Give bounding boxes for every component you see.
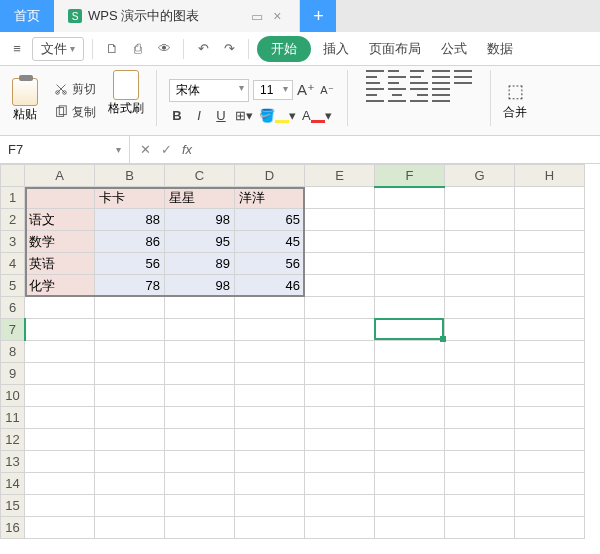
cell-F8[interactable] — [375, 341, 445, 363]
col-header-D[interactable]: D — [235, 165, 305, 187]
cell-H16[interactable] — [515, 517, 585, 539]
cell-E14[interactable] — [305, 473, 375, 495]
cell-A15[interactable] — [25, 495, 95, 517]
ribbon-tab-data[interactable]: 数据 — [479, 36, 521, 62]
cell-A14[interactable] — [25, 473, 95, 495]
font-grow-icon[interactable]: A⁺ — [297, 81, 315, 99]
cell-H6[interactable] — [515, 297, 585, 319]
cell-D12[interactable] — [235, 429, 305, 451]
border-button[interactable]: ⊞▾ — [235, 108, 253, 123]
cell-A10[interactable] — [25, 385, 95, 407]
cell-D11[interactable] — [235, 407, 305, 429]
cell-C10[interactable] — [165, 385, 235, 407]
cell-G15[interactable] — [445, 495, 515, 517]
cell-B1[interactable]: 卡卡 — [95, 187, 165, 209]
cell-E10[interactable] — [305, 385, 375, 407]
file-menu-button[interactable]: 文件▾ — [32, 37, 84, 61]
cell-A7[interactable] — [25, 319, 95, 341]
spreadsheet-grid[interactable]: ABCDEFGH1卡卡星星洋洋2语文8898653数学8695454英语5689… — [0, 164, 600, 539]
cell-C3[interactable]: 95 — [165, 231, 235, 253]
copy-button[interactable]: 复制 — [50, 102, 100, 123]
cell-H1[interactable] — [515, 187, 585, 209]
cell-H14[interactable] — [515, 473, 585, 495]
cell-E11[interactable] — [305, 407, 375, 429]
cell-C2[interactable]: 98 — [165, 209, 235, 231]
align-left-button[interactable] — [366, 88, 384, 102]
font-size-select[interactable]: 11 — [253, 80, 293, 100]
cell-G10[interactable] — [445, 385, 515, 407]
row-header-5[interactable]: 5 — [1, 275, 25, 297]
cell-B9[interactable] — [95, 363, 165, 385]
cell-C11[interactable] — [165, 407, 235, 429]
cell-B5[interactable]: 78 — [95, 275, 165, 297]
row-header-2[interactable]: 2 — [1, 209, 25, 231]
ribbon-tab-layout[interactable]: 页面布局 — [361, 36, 429, 62]
cell-E2[interactable] — [305, 209, 375, 231]
cell-D5[interactable]: 46 — [235, 275, 305, 297]
cell-C13[interactable] — [165, 451, 235, 473]
cell-H7[interactable] — [515, 319, 585, 341]
cell-F12[interactable] — [375, 429, 445, 451]
font-color-button[interactable]: A▾ — [302, 108, 332, 123]
cell-G16[interactable] — [445, 517, 515, 539]
cell-D8[interactable] — [235, 341, 305, 363]
fx-icon[interactable]: fx — [182, 142, 192, 157]
cell-G13[interactable] — [445, 451, 515, 473]
cell-G2[interactable] — [445, 209, 515, 231]
cell-B16[interactable] — [95, 517, 165, 539]
cell-F10[interactable] — [375, 385, 445, 407]
ribbon-tab-formula[interactable]: 公式 — [433, 36, 475, 62]
cell-F5[interactable] — [375, 275, 445, 297]
row-header-14[interactable]: 14 — [1, 473, 25, 495]
cell-A12[interactable] — [25, 429, 95, 451]
cell-A13[interactable] — [25, 451, 95, 473]
indent-left-button[interactable] — [432, 70, 450, 84]
row-header-13[interactable]: 13 — [1, 451, 25, 473]
cell-B6[interactable] — [95, 297, 165, 319]
fill-color-button[interactable]: 🪣▾ — [259, 108, 296, 123]
cell-F11[interactable] — [375, 407, 445, 429]
cell-A5[interactable]: 化学 — [25, 275, 95, 297]
cell-H8[interactable] — [515, 341, 585, 363]
cell-H3[interactable] — [515, 231, 585, 253]
cell-E9[interactable] — [305, 363, 375, 385]
cell-C9[interactable] — [165, 363, 235, 385]
cell-D2[interactable]: 65 — [235, 209, 305, 231]
merge-icon[interactable]: ⬚ — [507, 80, 524, 102]
print-icon[interactable]: ⎙ — [127, 38, 149, 60]
cell-G4[interactable] — [445, 253, 515, 275]
cell-G11[interactable] — [445, 407, 515, 429]
cell-B10[interactable] — [95, 385, 165, 407]
cell-B8[interactable] — [95, 341, 165, 363]
cell-G8[interactable] — [445, 341, 515, 363]
cell-D3[interactable]: 45 — [235, 231, 305, 253]
cell-F7[interactable] — [375, 319, 445, 341]
cell-H11[interactable] — [515, 407, 585, 429]
cell-D4[interactable]: 56 — [235, 253, 305, 275]
cell-D14[interactable] — [235, 473, 305, 495]
tab-document[interactable]: S WPS 演示中的图表 ▭ × — [54, 0, 300, 32]
cell-H10[interactable] — [515, 385, 585, 407]
col-header-F[interactable]: F — [375, 165, 445, 187]
cell-D1[interactable]: 洋洋 — [235, 187, 305, 209]
cell-G7[interactable] — [445, 319, 515, 341]
tab-new-button[interactable]: + — [300, 0, 336, 32]
cell-G14[interactable] — [445, 473, 515, 495]
select-all-corner[interactable] — [1, 165, 25, 187]
cell-C4[interactable]: 89 — [165, 253, 235, 275]
cell-B15[interactable] — [95, 495, 165, 517]
align-right-button[interactable] — [410, 88, 428, 102]
cell-E13[interactable] — [305, 451, 375, 473]
cell-D16[interactable] — [235, 517, 305, 539]
row-header-10[interactable]: 10 — [1, 385, 25, 407]
cell-D15[interactable] — [235, 495, 305, 517]
cell-C1[interactable]: 星星 — [165, 187, 235, 209]
ribbon-tab-start[interactable]: 开始 — [257, 36, 311, 62]
row-header-1[interactable]: 1 — [1, 187, 25, 209]
cell-A3[interactable]: 数学 — [25, 231, 95, 253]
align-center-button[interactable] — [388, 88, 406, 102]
cell-C6[interactable] — [165, 297, 235, 319]
cell-E16[interactable] — [305, 517, 375, 539]
cell-F1[interactable] — [375, 187, 445, 209]
wrap-text-button[interactable] — [432, 88, 450, 102]
